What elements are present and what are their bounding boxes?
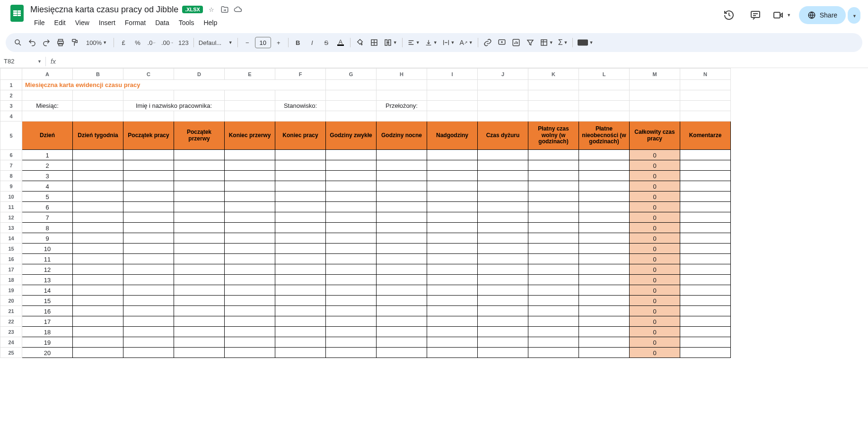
cell[interactable]: 0 <box>630 337 680 348</box>
cell[interactable]: Dzień <box>22 122 73 150</box>
cell[interactable] <box>579 348 630 358</box>
cell[interactable] <box>427 233 478 244</box>
cell[interactable] <box>579 160 630 171</box>
cell[interactable] <box>528 160 579 171</box>
cell[interactable]: 0 <box>630 285 680 296</box>
cell[interactable] <box>579 202 630 212</box>
cell[interactable] <box>579 212 630 223</box>
cell[interactable] <box>123 316 174 327</box>
menu-help[interactable]: Help <box>200 17 221 28</box>
cell[interactable] <box>478 212 528 223</box>
cell[interactable] <box>377 90 427 101</box>
cell[interactable] <box>579 316 630 327</box>
cell[interactable] <box>326 80 377 90</box>
cell[interactable] <box>377 306 427 316</box>
cell[interactable]: 0 <box>630 296 680 306</box>
cell[interactable] <box>528 337 579 348</box>
cell[interactable] <box>680 306 731 316</box>
cell[interactable] <box>478 348 528 358</box>
cell[interactable] <box>326 296 377 306</box>
cell[interactable] <box>680 171 731 181</box>
cell[interactable] <box>427 171 478 181</box>
cell[interactable] <box>680 327 731 337</box>
cell[interactable] <box>225 327 275 337</box>
cell[interactable] <box>174 244 225 254</box>
cell[interactable] <box>326 348 377 358</box>
font-size-plus[interactable]: + <box>272 36 285 49</box>
cell[interactable] <box>73 306 123 316</box>
cell[interactable] <box>326 327 377 337</box>
cell[interactable]: 0 <box>630 306 680 316</box>
cell[interactable] <box>680 150 731 160</box>
borders-icon[interactable] <box>368 36 381 49</box>
cell[interactable] <box>528 192 579 202</box>
cell[interactable] <box>427 337 478 348</box>
cell[interactable]: Początek pracy <box>123 122 174 150</box>
cell[interactable] <box>326 202 377 212</box>
cell[interactable] <box>579 275 630 285</box>
row-header[interactable]: 2 <box>0 90 22 101</box>
cell[interactable] <box>275 285 326 296</box>
cell[interactable] <box>579 223 630 233</box>
cell[interactable]: 0 <box>630 160 680 171</box>
col-header[interactable]: J <box>478 69 528 80</box>
cell[interactable] <box>275 306 326 316</box>
cell[interactable] <box>528 181 579 192</box>
cell[interactable] <box>478 306 528 316</box>
row-header[interactable]: 4 <box>0 111 22 122</box>
cell[interactable] <box>326 316 377 327</box>
cell[interactable] <box>174 111 225 122</box>
cell[interactable] <box>579 327 630 337</box>
cell[interactable] <box>478 90 528 101</box>
cell[interactable] <box>275 160 326 171</box>
cell[interactable] <box>579 337 630 348</box>
cell[interactable] <box>123 212 174 223</box>
cell[interactable] <box>225 160 275 171</box>
row-header[interactable]: 18 <box>0 275 22 285</box>
cell[interactable] <box>174 150 225 160</box>
cell[interactable] <box>123 296 174 306</box>
cell[interactable] <box>680 264 731 275</box>
cell[interactable] <box>579 150 630 160</box>
cell[interactable] <box>478 150 528 160</box>
cell[interactable] <box>326 223 377 233</box>
cell[interactable] <box>73 90 123 101</box>
row-header[interactable]: 22 <box>0 316 22 327</box>
col-header[interactable]: D <box>174 69 225 80</box>
cell[interactable] <box>225 264 275 275</box>
row-header[interactable]: 3 <box>0 101 22 111</box>
cell[interactable] <box>326 150 377 160</box>
cell[interactable] <box>225 101 275 111</box>
col-header[interactable]: L <box>579 69 630 80</box>
cell[interactable]: Dzień tygodnia <box>73 122 123 150</box>
cell[interactable]: 13 <box>22 275 73 285</box>
cell[interactable] <box>123 233 174 244</box>
cell[interactable] <box>528 348 579 358</box>
row-header[interactable]: 25 <box>0 348 22 358</box>
cell[interactable]: 8 <box>22 223 73 233</box>
cell[interactable] <box>528 233 579 244</box>
cell[interactable]: 0 <box>630 275 680 285</box>
cell[interactable]: 4 <box>22 181 73 192</box>
cell[interactable] <box>478 233 528 244</box>
cell[interactable] <box>275 223 326 233</box>
cell[interactable] <box>123 348 174 358</box>
cell[interactable] <box>73 223 123 233</box>
cell[interactable] <box>579 296 630 306</box>
cell[interactable] <box>73 244 123 254</box>
cell[interactable] <box>478 244 528 254</box>
cell[interactable] <box>174 316 225 327</box>
cell[interactable] <box>478 160 528 171</box>
cell[interactable] <box>630 90 680 101</box>
comment-add-icon[interactable] <box>495 36 509 49</box>
cell[interactable] <box>427 160 478 171</box>
cell[interactable] <box>579 233 630 244</box>
cell[interactable]: Przełożony: <box>377 101 427 111</box>
cell[interactable] <box>174 223 225 233</box>
cell[interactable] <box>377 223 427 233</box>
cell[interactable] <box>427 348 478 358</box>
star-icon[interactable]: ☆ <box>207 5 216 14</box>
cell[interactable] <box>377 254 427 264</box>
decrease-decimal-icon[interactable]: .0← <box>145 36 158 49</box>
cell[interactable] <box>528 223 579 233</box>
